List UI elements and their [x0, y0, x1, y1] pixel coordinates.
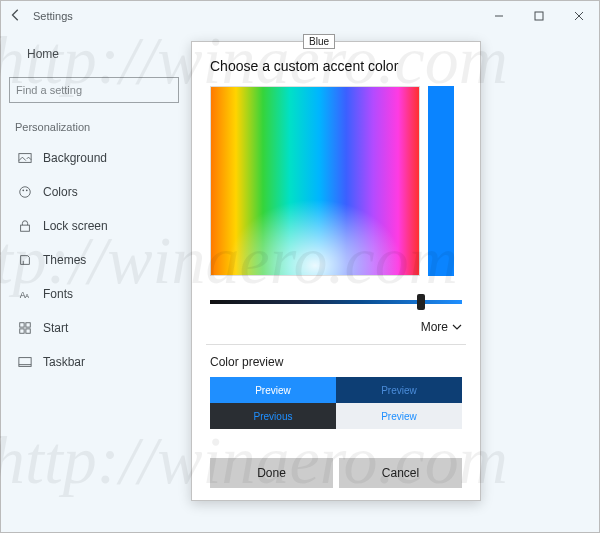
spectrum-row [210, 86, 462, 276]
settings-window: Settings Home Personalizatio [0, 0, 600, 533]
dialog-title: Choose a custom accent color [210, 58, 462, 74]
divider [206, 344, 466, 345]
preview-tile-accent-light: Preview [210, 377, 336, 403]
cancel-button[interactable]: Cancel [339, 458, 462, 488]
preview-tile-dark-bg: Previous [210, 403, 336, 429]
color-spectrum[interactable] [210, 86, 420, 276]
color-picker-dialog: Choose a custom accent color More Color … [191, 41, 481, 501]
color-tooltip: Blue [303, 34, 335, 49]
dialog-buttons: Done Cancel [210, 458, 462, 488]
preview-label: Color preview [210, 355, 462, 369]
more-label: More [421, 320, 448, 334]
preview-grid: Preview Preview Previous Preview [210, 377, 462, 429]
preview-tile-accent-dark: Preview [336, 377, 462, 403]
preview-tile-light-bg: Preview [336, 403, 462, 429]
more-toggle[interactable]: More [210, 320, 462, 334]
value-slider-thumb[interactable] [417, 294, 425, 310]
done-button[interactable]: Done [210, 458, 333, 488]
chevron-down-icon [452, 322, 462, 332]
hue-bar[interactable] [428, 86, 454, 276]
value-slider[interactable] [210, 294, 462, 310]
